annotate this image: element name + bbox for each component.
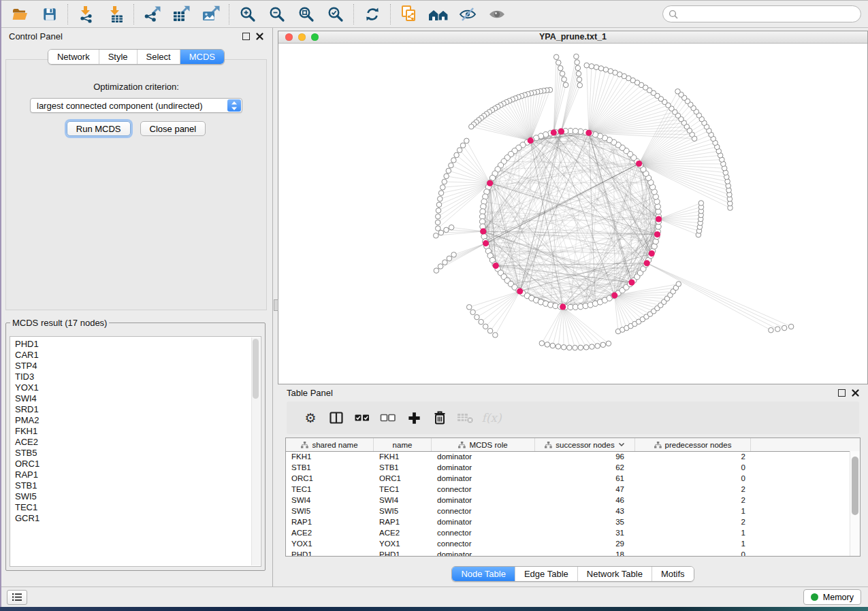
table-row[interactable]: YOX1YOX1connector291 [286, 538, 850, 549]
cell-shared-name[interactable]: RAP1 [286, 516, 374, 527]
cell-successor-nodes[interactable]: 29 [535, 538, 635, 549]
table-settings-button[interactable]: ⚙ [298, 406, 323, 430]
mcds-result-item[interactable]: YOX1 [15, 382, 261, 393]
cell-name[interactable]: ACE2 [374, 527, 432, 538]
criterion-select[interactable]: largest connected component (undirected) [30, 98, 242, 113]
import-network-button[interactable] [71, 3, 101, 26]
column-header-successor-nodes[interactable]: successor nodes [535, 438, 635, 451]
mcds-result-item[interactable]: PMA2 [15, 415, 261, 426]
cell-predecessor-nodes[interactable]: 2 [635, 484, 751, 495]
export-image-button[interactable] [196, 3, 225, 26]
cell-name[interactable]: RAP1 [374, 516, 432, 527]
column-header-mcds-role[interactable]: MCDS role [432, 438, 535, 451]
column-header-predecessor-nodes[interactable]: predecessor nodes [635, 438, 751, 451]
first-neighbors-button[interactable] [423, 3, 453, 26]
table-row[interactable]: SWI5SWI5connector431 [286, 506, 850, 516]
table-tab-edge-table[interactable]: Edge Table [515, 567, 577, 581]
cell-successor-nodes[interactable]: 46 [535, 495, 635, 506]
cell-mcds-role[interactable]: dominator [432, 549, 535, 556]
save-session-button[interactable] [35, 3, 64, 26]
mcds-result-item[interactable]: ORC1 [15, 459, 261, 469]
cell-shared-name[interactable]: SWI5 [286, 506, 374, 516]
list-scrollbar-thumb[interactable] [253, 339, 259, 399]
mcds-result-item[interactable]: TID3 [15, 371, 261, 382]
table-row[interactable]: TEC1TEC1connector472 [286, 484, 850, 495]
mcds-result-item[interactable]: ACE2 [15, 437, 261, 448]
cell-mcds-role[interactable]: connector [432, 484, 535, 495]
cell-shared-name[interactable]: PHD1 [286, 549, 374, 556]
duplicate-network-button[interactable] [394, 3, 423, 26]
list-scrollbar-track[interactable] [251, 337, 260, 565]
cell-predecessor-nodes[interactable]: 2 [635, 451, 751, 462]
cell-shared-name[interactable]: ORC1 [286, 473, 374, 484]
cell-shared-name[interactable]: TEC1 [286, 484, 374, 495]
window-maximize-icon[interactable] [311, 33, 319, 41]
cell-name[interactable]: SWI5 [374, 506, 432, 516]
table-tab-node-table[interactable]: Node Table [452, 567, 515, 581]
cell-predecessor-nodes[interactable]: 1 [635, 527, 751, 538]
mcds-result-item[interactable]: PHD1 [15, 339, 261, 350]
window-close-icon[interactable] [285, 33, 293, 41]
table-row[interactable]: FKH1FKH1dominator962 [286, 451, 850, 462]
cell-name[interactable]: YOX1 [374, 538, 432, 549]
cell-successor-nodes[interactable]: 18 [535, 549, 635, 556]
mcds-result-item[interactable]: SRD1 [15, 404, 261, 415]
table-scrollbar-track[interactable] [850, 451, 860, 556]
show-all-button[interactable] [482, 3, 511, 26]
table-row[interactable]: ORC1ORC1dominator610 [286, 473, 850, 484]
function-builder-button[interactable]: f(x) [479, 406, 504, 430]
select-all-button[interactable] [349, 406, 375, 430]
close-panel-button[interactable]: Close panel [140, 121, 206, 136]
cell-successor-nodes[interactable]: 35 [535, 516, 635, 527]
tab-mcds[interactable]: MCDS [180, 50, 224, 64]
zoom-in-button[interactable] [233, 3, 262, 26]
column-header-shared-name[interactable]: shared name [286, 438, 374, 451]
float-panel-button[interactable] [838, 389, 846, 397]
cell-predecessor-nodes[interactable]: 0 [635, 462, 751, 473]
zoom-fit-button[interactable] [291, 3, 321, 26]
cell-successor-nodes[interactable]: 61 [535, 473, 635, 484]
cell-predecessor-nodes[interactable]: 2 [635, 495, 751, 506]
zoom-selected-button[interactable] [321, 3, 350, 26]
mcds-result-item[interactable]: STP4 [15, 361, 261, 371]
network-canvas[interactable] [278, 44, 867, 384]
table-scrollbar-thumb[interactable] [852, 457, 858, 515]
cell-successor-nodes[interactable]: 96 [535, 451, 635, 462]
table-row[interactable]: PHD1PHD1dominator180 [286, 549, 850, 556]
zoom-out-button[interactable] [262, 3, 291, 26]
close-panel-icon[interactable] [852, 389, 859, 397]
cell-mcds-role[interactable]: dominator [432, 495, 535, 506]
cell-mcds-role[interactable]: dominator [432, 473, 535, 484]
table-row[interactable]: ACE2ACE2connector311 [286, 527, 850, 538]
mcds-result-item[interactable]: STB1 [15, 480, 261, 491]
window-minimize-icon[interactable] [298, 33, 306, 41]
cell-name[interactable]: FKH1 [374, 451, 432, 462]
cell-successor-nodes[interactable]: 43 [535, 506, 635, 516]
cell-successor-nodes[interactable]: 47 [535, 484, 635, 495]
cell-predecessor-nodes[interactable]: 0 [635, 549, 751, 556]
mcds-result-item[interactable]: CAR1 [15, 350, 261, 361]
cell-shared-name[interactable]: SWI4 [286, 495, 374, 506]
cell-predecessor-nodes[interactable]: 0 [635, 473, 751, 484]
cell-successor-nodes[interactable]: 62 [535, 462, 635, 473]
cell-shared-name[interactable]: FKH1 [286, 451, 374, 462]
cell-predecessor-nodes[interactable]: 1 [635, 538, 751, 549]
cell-name[interactable]: PHD1 [374, 549, 432, 556]
search-input[interactable] [678, 8, 855, 20]
delete-table-button[interactable] [453, 406, 479, 430]
memory-button[interactable]: Memory [803, 589, 861, 605]
cell-mcds-role[interactable]: connector [432, 506, 535, 516]
tab-select[interactable]: Select [137, 50, 180, 64]
column-header-name[interactable]: name [374, 438, 432, 451]
export-network-button[interactable] [138, 3, 167, 26]
cell-mcds-role[interactable]: dominator [432, 516, 535, 527]
cell-name[interactable]: TEC1 [374, 484, 432, 495]
cell-predecessor-nodes[interactable]: 1 [635, 506, 751, 516]
task-history-button[interactable] [7, 590, 27, 605]
mcds-result-item[interactable]: FKH1 [15, 426, 261, 437]
delete-column-button[interactable] [427, 406, 453, 430]
cell-shared-name[interactable]: YOX1 [286, 538, 374, 549]
mcds-result-item[interactable]: RAP1 [15, 469, 261, 480]
run-mcds-button[interactable]: Run MCDS [67, 121, 131, 136]
cell-mcds-role[interactable]: dominator [432, 462, 535, 473]
